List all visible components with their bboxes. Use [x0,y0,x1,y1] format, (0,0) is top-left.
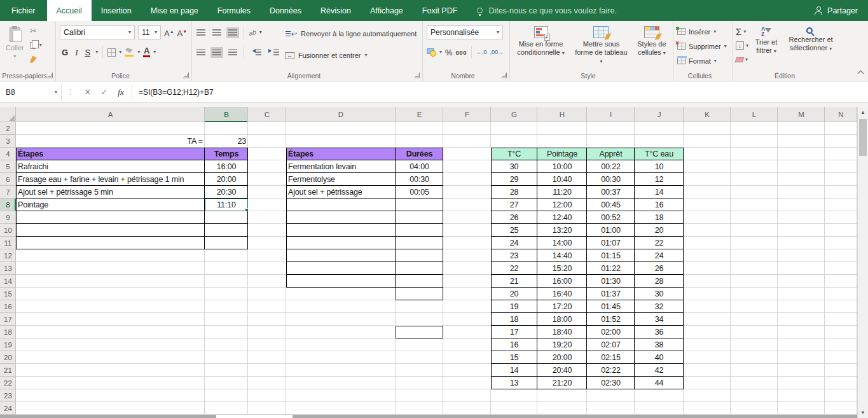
cell-d18[interactable] [286,326,396,338]
scroll-up-arrow-icon[interactable]: ▲ [858,107,868,118]
cell-g15[interactable]: 20 [491,288,537,300]
cell-l2[interactable] [731,122,778,135]
cell-i19[interactable]: 02:07 [587,338,635,351]
cell-j22[interactable]: 44 [635,377,684,389]
cell-e6[interactable]: 00:30 [396,173,443,186]
cell-n4[interactable] [825,148,857,160]
cell-e4[interactable]: Durées [396,148,443,160]
cut-button[interactable]: ✂ [29,25,43,37]
cell-n7[interactable] [825,186,857,199]
column-header-l[interactable]: L [731,107,778,122]
align-center-button[interactable] [210,47,223,58]
cell-g3[interactable] [491,135,537,148]
cell-i9[interactable]: 00:52 [587,211,635,224]
cell-b12[interactable] [205,249,248,262]
row-header-17[interactable]: 17 [0,313,16,326]
cell-f17[interactable] [443,313,491,326]
cell-b20[interactable] [205,351,248,364]
row-header-21[interactable]: 21 [0,364,16,377]
cell-d7[interactable]: Ajout sel + pétrissage [286,186,396,199]
cell-b22[interactable] [205,377,248,389]
cell-c22[interactable] [248,377,286,389]
cell-f8[interactable] [443,199,491,211]
cell-j4[interactable]: T°C eau [635,148,684,160]
cell-a23[interactable] [16,389,205,402]
cell-n6[interactable] [825,173,857,186]
clear-button[interactable]: ▾ [736,53,748,66]
cell-l7[interactable] [731,186,778,199]
cell-j17[interactable]: 34 [635,313,684,326]
cell-c16[interactable] [248,300,286,313]
cell-h15[interactable]: 16:40 [537,288,587,300]
tab-mise-en-page[interactable]: Mise en page [141,0,208,21]
cell-g18[interactable]: 17 [491,326,537,338]
cell-g17[interactable]: 18 [491,313,537,326]
number-format-combobox[interactable]: Personnalisée▾ [427,25,503,39]
cell-i24[interactable] [587,402,635,415]
cell-c5[interactable] [248,160,286,173]
decrease-indent-button[interactable] [249,47,263,58]
cell-e22[interactable] [396,377,443,389]
format-cells-button[interactable]: Format▾ [677,55,727,67]
orientation-button[interactable]: ab [248,28,257,37]
cell-f4[interactable] [443,148,491,160]
percent-style-button[interactable]: % [445,48,453,57]
cell-k5[interactable] [684,160,731,173]
cell-i18[interactable]: 02:00 [587,326,635,338]
cell-f23[interactable] [443,389,491,402]
cell-k24[interactable] [684,402,731,415]
cell-m18[interactable] [778,326,825,338]
cell-h17[interactable]: 18:00 [537,313,587,326]
cell-a10[interactable] [16,224,205,237]
cell-k14[interactable] [684,275,731,288]
cell-g24[interactable] [491,402,537,415]
insert-cells-button[interactable]: Insérer▾ [677,25,727,38]
cell-i5[interactable]: 00:22 [587,160,635,173]
cell-m21[interactable] [778,364,825,377]
cell-c18[interactable] [248,326,286,338]
cell-e24[interactable] [396,402,443,415]
cell-f19[interactable] [443,338,491,351]
cell-b23[interactable] [205,389,248,402]
cell-c6[interactable] [248,173,286,186]
cell-m4[interactable] [778,148,825,160]
autosum-button[interactable]: Σ▾ [736,25,748,38]
cell-e20[interactable] [396,351,443,364]
cell-b18[interactable] [205,326,248,338]
cell-l13[interactable] [731,262,778,275]
column-header-j[interactable]: J [635,107,684,122]
bold-button[interactable]: G [60,48,70,57]
share-button[interactable]: Partager [804,0,868,21]
cell-a3[interactable]: TA = [16,135,205,148]
cell-m3[interactable] [778,135,825,148]
cell-c21[interactable] [248,364,286,377]
cell-d21[interactable] [286,364,396,377]
cell-l8[interactable] [731,199,778,211]
cancel-button[interactable]: ✕ [79,87,96,97]
accounting-format-icon[interactable] [427,48,436,57]
cell-d19[interactable] [286,338,396,351]
cell-c10[interactable] [248,224,286,237]
column-header-a[interactable]: A [16,107,205,122]
vertical-scrollbar-thumb[interactable] [859,119,867,156]
cell-h5[interactable]: 10:00 [537,160,587,173]
row-header-24[interactable]: 24 [0,402,16,415]
increase-indent-button[interactable] [266,47,281,58]
cell-j9[interactable]: 18 [635,211,684,224]
cell-b13[interactable] [205,262,248,275]
cell-e10[interactable] [396,224,443,237]
increase-decimal-button[interactable]: ←,0 [476,49,487,55]
cell-c15[interactable] [248,288,286,300]
cell-k23[interactable] [684,389,731,402]
cell-c14[interactable] [248,275,286,288]
cell-j20[interactable]: 40 [635,351,684,364]
cell-g13[interactable]: 22 [491,262,537,275]
cell-i21[interactable]: 02:22 [587,364,635,377]
cell-e18[interactable] [396,326,443,338]
cell-l17[interactable] [731,313,778,326]
copy-button[interactable]: ▾ [29,39,43,51]
row-header-22[interactable]: 22 [0,377,16,389]
borders-icon[interactable] [107,48,116,57]
cell-n12[interactable] [825,249,857,262]
cell-c2[interactable] [248,122,286,135]
